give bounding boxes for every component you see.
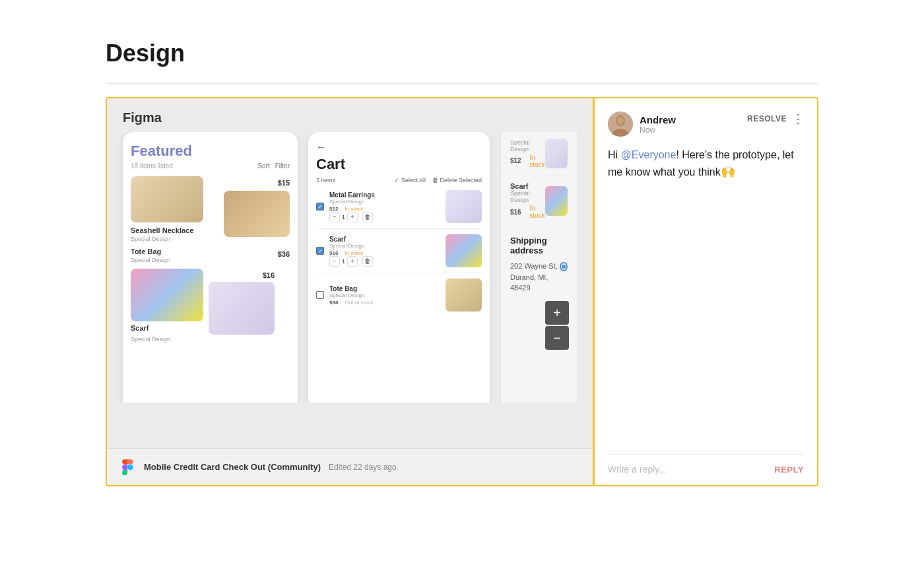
shipping-radio[interactable] [560, 262, 568, 271]
items-count: 18 items listed [131, 162, 173, 170]
product2-info: Tote Bag Special Design [131, 248, 170, 263]
delete-btn-1[interactable]: 🗑 [362, 212, 373, 222]
page-title: Design [106, 40, 818, 67]
featured-title: Featured [131, 143, 290, 160]
product2-price: $36 [278, 250, 290, 263]
cart-item2-name: Scarf [329, 236, 440, 243]
partial-item2-stock: In stock [529, 205, 544, 219]
reply-area: Write a reply... REPLY [608, 454, 804, 475]
cart-item3-stock: Out of stock [345, 300, 374, 306]
cart-item2-price: $16 [329, 250, 338, 256]
scarf-image [131, 269, 203, 321]
cart-item-2: ✓ Scarf Special Design $16 · In stock − [316, 234, 482, 273]
partial-item1-image [545, 139, 568, 168]
figma-logo-icon [119, 459, 136, 476]
resolve-button[interactable]: RESOLVE [747, 114, 787, 123]
filter-label[interactable]: Filter [275, 162, 290, 170]
cart-item3-price: $36 [329, 300, 338, 306]
cart-item1-price: $12 [329, 206, 338, 212]
footer-edited: Edited 22 days ago [329, 463, 397, 472]
cart-item-1: ✓ Metal Earrings Special Design $12 · In… [316, 190, 482, 229]
cart-item3-price-stock: $36 · Out of stock [329, 300, 440, 306]
cart-item1-brand: Special Design [329, 199, 440, 205]
svg-point-2 [617, 117, 624, 125]
cart-item3-check[interactable] [316, 291, 324, 299]
delete-selected-btn[interactable]: 🗑 Delete Selected [432, 177, 482, 183]
figma-label: Figma [107, 98, 593, 132]
shipping-address: 202 Wayne St, Durand, MI, 48429 [510, 261, 560, 294]
partial-item1-info: Special Design $12 · In stock [510, 139, 545, 168]
decrease-btn-1[interactable]: − [329, 212, 340, 222]
cart-item-3: Tote Bag Special Design $36 · Out of sto… [316, 279, 482, 317]
comment-body: Hi @Everyone! Here's the prototype, let … [608, 147, 804, 441]
product3-brand: Special Design [131, 336, 203, 343]
sort-label[interactable]: Sort [257, 162, 269, 170]
product2-name: Tote Bag [131, 248, 170, 255]
product3-price: $16 [263, 271, 275, 279]
reply-placeholder[interactable]: Write a reply... [608, 464, 774, 475]
cart-item1-info: Metal Earrings Special Design $12 · In s… [329, 191, 440, 222]
partial-item2-brand: Special Design [510, 190, 545, 203]
partial-right-panel: Special Design $12 · In stock Scarf [500, 132, 577, 403]
cart-item2-info: Scarf Special Design $16 · In stock − 1 … [329, 236, 440, 267]
cart-item1-check[interactable]: ✓ [316, 203, 324, 211]
radio-inner [562, 265, 566, 269]
comment-actions: RESOLVE ⋮ [747, 112, 804, 126]
shipping-line2: Durand, MI, 48429 [510, 273, 548, 292]
select-all-btn[interactable]: ✓ Select All [394, 177, 426, 183]
cart-item3-brand: Special Design [329, 292, 440, 298]
zoom-in-button[interactable]: + [545, 301, 569, 325]
product1-price-col: $15 [224, 176, 290, 237]
reply-button[interactable]: REPLY [774, 465, 804, 475]
cart-back-arrow[interactable]: ← [316, 141, 482, 153]
zoom-controls: + − [545, 301, 569, 350]
cart-items-count: 3 items [316, 177, 335, 183]
cart-item3-name: Tote Bag [329, 285, 440, 292]
footer-file-name[interactable]: Mobile Credit Card Check Out (Community) [144, 462, 321, 472]
increase-btn-2[interactable]: + [347, 256, 358, 267]
delete-btn-2[interactable]: 🗑 [362, 256, 373, 267]
product1-brand: Special Design [131, 236, 218, 242]
comment-panel: Andrew Now RESOLVE ⋮ Hi @Everyone! Here'… [593, 98, 817, 485]
comment-author-row: Andrew Now [608, 112, 676, 137]
partial-item2-name: Scarf [510, 182, 545, 190]
more-options-button[interactable]: ⋮ [792, 112, 804, 126]
increase-btn-1[interactable]: + [347, 212, 358, 222]
partial-design-label: Special Design [510, 139, 545, 152]
cart-item1-name: Metal Earrings [329, 191, 440, 199]
avatar [608, 112, 633, 137]
comment-mention[interactable]: @Everyone [621, 149, 676, 160]
product2-brand: Special Design [131, 257, 170, 263]
cart-item1-stock: In stock [345, 206, 364, 212]
partial-item2-info: Scarf Special Design $16 · In stock [510, 182, 545, 219]
product1-name: Seashell Necklace [131, 226, 218, 234]
product3-price-col: $16 [209, 269, 275, 335]
comment-author-name: Andrew [640, 114, 676, 125]
cart-item1-price-stock: $12 · In stock [329, 206, 440, 212]
partial-item1-row: $12 · In stock [510, 154, 545, 168]
product3-name: Scarf [131, 324, 203, 332]
shipping-section: Shipping address 202 Wayne St, Durand, M… [501, 226, 577, 303]
comment-author-info: Andrew Now [640, 114, 676, 135]
shipping-title: Shipping address [510, 236, 568, 255]
cart-item2-controls: − 1 + 🗑 [329, 256, 440, 267]
comment-timestamp: Now [640, 125, 676, 135]
cart-actions: ✓ Select All 🗑 Delete Selected [394, 177, 482, 183]
cart-item1-controls: − 1 + 🗑 [329, 212, 440, 222]
partial-item1-stock: In stock [529, 154, 544, 168]
product-row-1: Seashell Necklace Special Design $15 [131, 176, 290, 242]
cart-item2-check[interactable]: ✓ [316, 247, 324, 255]
cart-item2-stock: In stock [345, 250, 364, 256]
featured-subtitle-row: 18 items listed Sort Filter [131, 162, 290, 170]
figma-footer: Mobile Credit Card Check Out (Community)… [107, 448, 593, 485]
cart-item1-image [446, 190, 482, 223]
decrease-btn-2[interactable]: − [329, 256, 340, 267]
zoom-out-button[interactable]: − [545, 326, 569, 350]
product1-info: Seashell Necklace Special Design [131, 176, 218, 242]
cart-item3-image [446, 279, 482, 312]
partial-item-2: Scarf Special Design $16 · In stock [501, 176, 577, 226]
cart-item3-info: Tote Bag Special Design $36 · Out of sto… [329, 285, 440, 306]
divider [106, 83, 818, 84]
main-card: Figma Featured 18 items listed Sort Filt… [106, 97, 818, 486]
phone-featured: Featured 18 items listed Sort Filter Sea… [123, 132, 298, 403]
